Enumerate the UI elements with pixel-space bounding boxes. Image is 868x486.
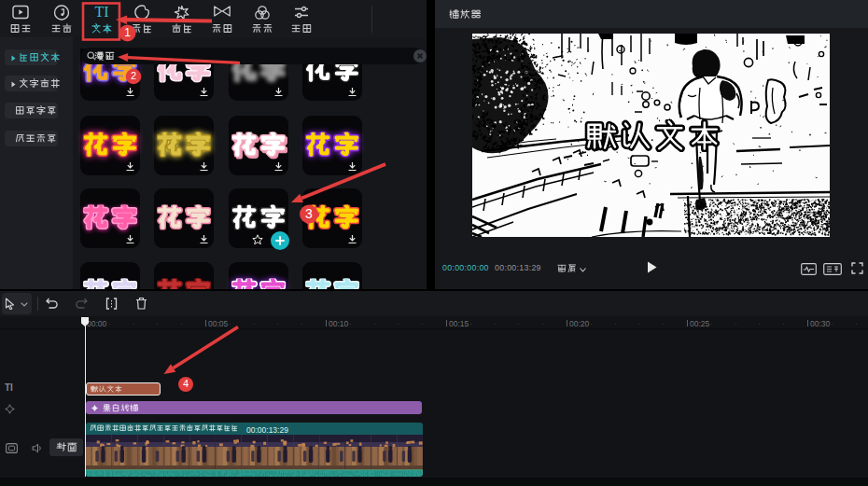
svg-text:TI: TI (94, 5, 108, 19)
